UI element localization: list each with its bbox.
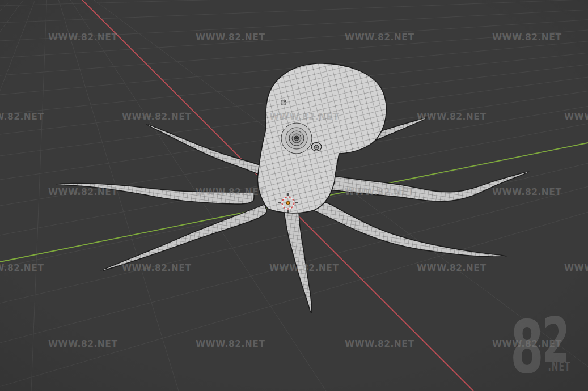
watermark-text: WWW.82.NET: [492, 339, 562, 349]
arm-upper-left[interactable]: [146, 124, 275, 177]
octopus-model[interactable]: [57, 63, 529, 313]
watermark-text: WWW.82.NET: [0, 112, 44, 122]
scene-canvas[interactable]: 8 2 .NET WWW.82.NETWWW.82.NETWWW.82.NETW…: [0, 0, 588, 391]
watermark-text: WWW.82.NET: [0, 263, 44, 273]
octopus-siphon: [311, 143, 322, 151]
watermark-text: WWW.82.NET: [269, 263, 339, 273]
watermark-text: WWW.82.NET: [564, 263, 588, 273]
watermark-text: WWW.82.NET: [269, 112, 339, 122]
blender-3d-viewport[interactable]: 8 2 .NET WWW.82.NETWWW.82.NETWWW.82.NETW…: [0, 0, 588, 391]
watermark-text: WWW.82.NET: [48, 32, 118, 42]
watermark-text: WWW.82.NET: [48, 187, 118, 197]
logo-net-label: .NET: [548, 359, 571, 373]
arm-lower-left[interactable]: [101, 205, 266, 271]
octopus-eye: [281, 123, 312, 154]
octopus-head-curl: [281, 100, 286, 105]
watermark-text: WWW.82.NET: [345, 187, 414, 197]
watermark-text: WWW.82.NET: [564, 112, 588, 122]
watermark-text: WWW.82.NET: [196, 187, 265, 197]
watermark-text: WWW.82.NET: [345, 339, 414, 349]
watermark-text: WWW.82.NET: [196, 339, 265, 349]
watermark-text: WWW.82.NET: [492, 187, 562, 197]
watermark-text: WWW.82.NET: [417, 263, 487, 273]
arm-front-down[interactable]: [282, 199, 312, 313]
arm-lower-right[interactable]: [313, 202, 506, 257]
watermark-text: WWW.82.NET: [122, 263, 192, 273]
object-origin-dot: [286, 201, 290, 205]
watermark-text: WWW.82.NET: [345, 32, 414, 42]
watermark-text: WWW.82.NET: [417, 112, 487, 122]
watermark-text: WWW.82.NET: [492, 32, 562, 42]
watermark-text: WWW.82.NET: [122, 112, 192, 122]
watermark-text: WWW.82.NET: [48, 339, 118, 349]
watermark-text: WWW.82.NET: [196, 32, 265, 42]
